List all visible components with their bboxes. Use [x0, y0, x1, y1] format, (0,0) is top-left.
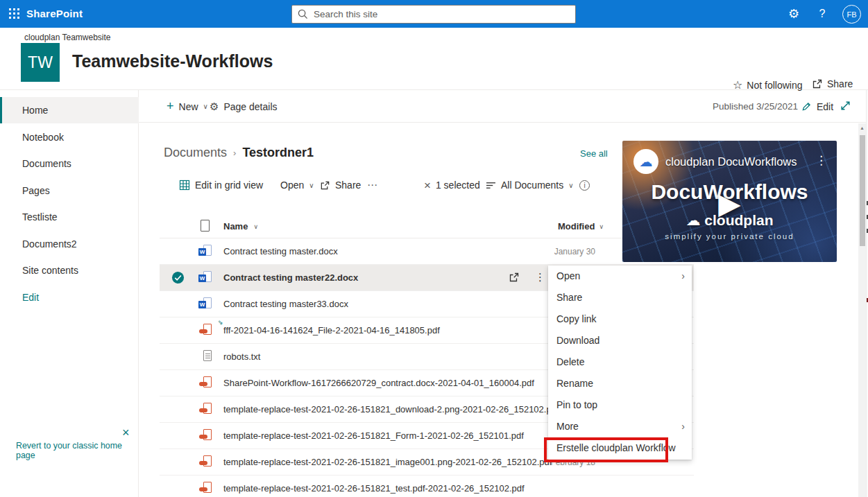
share-icon [320, 180, 330, 191]
nav-item-documents2[interactable]: Documents2 [0, 231, 139, 257]
app-launcher-waffle-icon[interactable] [9, 8, 20, 19]
nav-edit-link[interactable]: Edit [0, 284, 139, 311]
dismiss-selection-icon[interactable] [424, 180, 431, 191]
row-share-icon[interactable] [509, 272, 520, 286]
close-icon[interactable]: × [122, 426, 130, 440]
share-icon [812, 78, 823, 89]
menu-item-erstelle-cloudplan-workflow[interactable]: Erstelle cloudplan Workflow [548, 437, 692, 459]
word-file-icon [198, 297, 213, 311]
library-toolbar: Edit in grid view Open Share 1 selected … [160, 175, 694, 195]
menu-item-rename[interactable]: Rename [548, 373, 692, 394]
video-more-icon[interactable] [815, 153, 827, 168]
table-row[interactable]: Contract testing master.docx January 30 [160, 238, 694, 265]
nav-item-pages[interactable]: Pages [0, 177, 139, 204]
nav-item-notebook[interactable]: Notebook [0, 124, 139, 150]
video-player[interactable]: cloudplan DocuWorkflows DocuWorkflows cl… [622, 141, 837, 262]
column-name[interactable]: Name [223, 221, 258, 232]
selected-check-icon[interactable] [171, 271, 185, 287]
selection-status[interactable]: 1 selected [424, 175, 480, 195]
word-file-icon [198, 245, 213, 258]
pdf-file-icon [198, 324, 213, 337]
video-brand: cloudplan [622, 212, 837, 229]
plus-icon [167, 99, 174, 114]
menu-item-open[interactable]: Open [548, 265, 692, 287]
column-modified[interactable]: Modified [558, 221, 604, 232]
menu-item-download[interactable]: Download [548, 330, 692, 351]
share-button[interactable]: Share [320, 175, 361, 195]
published-status: Published 3/25/2021 [713, 90, 798, 123]
submenu-chevron-icon [681, 265, 685, 287]
chevron-down-icon [253, 223, 258, 230]
new-button[interactable]: New [167, 90, 208, 123]
revert-classic-link[interactable]: Revert to your classic home page [16, 441, 138, 460]
chevron-down-icon [309, 182, 314, 189]
view-lines-icon [486, 181, 496, 190]
menu-item-pin-to-top[interactable]: Pin to top [548, 394, 692, 416]
help-icon[interactable]: ? [813, 0, 831, 28]
share-site-button[interactable]: Share [812, 78, 853, 89]
row-more-actions-icon[interactable] [535, 271, 545, 284]
submenu-chevron-icon [681, 416, 685, 437]
pdf-file-icon [198, 429, 213, 442]
site-title: Teamwebsite-Workflows [72, 51, 273, 71]
video-tagline: simplify your private cloud [622, 232, 837, 241]
pdf-file-icon [198, 482, 213, 495]
search-input[interactable] [314, 9, 570, 19]
chevron-down-icon [568, 182, 573, 189]
info-button[interactable] [579, 175, 590, 195]
app-title[interactable]: SharePoint [26, 8, 83, 19]
pdf-file-icon [198, 455, 213, 469]
star-icon [733, 78, 742, 91]
site-logo[interactable]: TW [21, 43, 60, 82]
word-file-icon [198, 271, 213, 284]
nav-item-testliste[interactable]: Testliste [0, 204, 139, 230]
menu-item-copy-link[interactable]: Copy link [548, 308, 692, 330]
grid-icon [179, 180, 190, 191]
edit-grid-view-button[interactable]: Edit in grid view [179, 175, 263, 195]
cloudplan-logo-icon [633, 149, 658, 174]
content-scrollbar[interactable] [858, 123, 866, 497]
expand-diagonal-icon[interactable] [840, 100, 851, 114]
see-all-link[interactable]: See all [580, 148, 608, 159]
file-type-column-icon[interactable] [201, 220, 210, 232]
context-menu: Open Share Copy link Download Delete Ren… [548, 265, 692, 460]
suite-bar: SharePoint ? FB [0, 0, 868, 28]
view-selector[interactable]: All Documents [486, 175, 574, 195]
more-commands-icon[interactable] [367, 175, 377, 195]
chevron-down-icon [203, 103, 208, 110]
menu-item-delete[interactable]: Delete [548, 351, 692, 373]
hub-site-link[interactable]: cloudplan Teamwebsite [24, 33, 111, 42]
account-avatar[interactable]: FB [842, 5, 861, 24]
chevron-right-icon [233, 148, 236, 158]
search-icon [298, 9, 308, 19]
menu-item-more[interactable]: More [548, 416, 692, 437]
gear-icon [210, 101, 219, 113]
new-file-indicator-icon [218, 319, 223, 326]
info-icon [579, 180, 590, 191]
breadcrumb-documents[interactable]: Documents [164, 146, 227, 160]
menu-item-share[interactable]: Share [548, 287, 692, 308]
scroll-up-arrow-icon[interactable] [859, 125, 865, 130]
scrollbar-thumb[interactable] [860, 135, 865, 246]
settings-gear-icon[interactable] [784, 0, 803, 28]
sharepoint-page: SharePoint ? FB cloudplan Teamwebsite TW… [0, 0, 868, 497]
page-command-bar: New Page details Published 3/25/2021 Edi… [139, 90, 868, 123]
nav-item-home[interactable]: Home [0, 97, 139, 123]
page-details-button[interactable]: Page details [210, 90, 278, 123]
site-search[interactable] [291, 5, 576, 24]
nav-item-site-contents[interactable]: Site contents [0, 257, 139, 284]
modified-date: January 30 [491, 247, 595, 256]
site-header: cloudplan Teamwebsite TW Teamwebsite-Wor… [0, 28, 868, 90]
open-menu-button[interactable]: Open [280, 175, 314, 195]
pencil-icon [801, 101, 812, 112]
table-row[interactable]: template-replace-test-2021-02-26-151821_… [160, 476, 694, 497]
follow-button[interactable]: Not following [733, 78, 803, 91]
breadcrumb-folder: Testordner1 [242, 146, 314, 160]
edit-page-button[interactable]: Edit [801, 90, 833, 123]
nav-item-documents[interactable]: Documents [0, 150, 139, 177]
library-breadcrumb: Documents Testordner1 [164, 146, 314, 160]
chevron-down-icon [599, 223, 604, 230]
video-header-title: cloudplan DocuWorkflows [665, 155, 797, 168]
table-header: Name Modified [160, 215, 694, 238]
left-nav: Home Notebook Documents Pages Testliste … [0, 90, 139, 497]
